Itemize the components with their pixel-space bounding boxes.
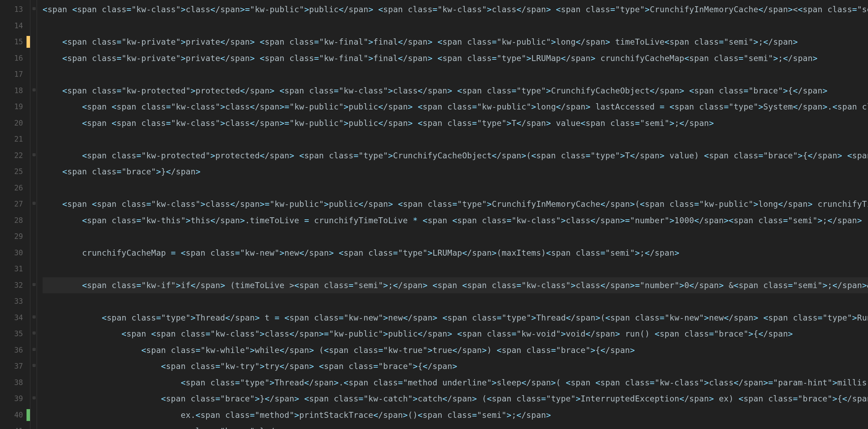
- code-line[interactable]: <span <span class="kw-class">class</span…: [43, 115, 868, 131]
- fold-toggle-icon[interactable]: ⊟: [31, 152, 36, 157]
- line-number-gutter: 1314151617181920212225262728293031323334…: [0, 0, 30, 429]
- code-line[interactable]: <span <span class="kw-class">class</span…: [43, 1, 868, 18]
- line-number[interactable]: 20: [0, 115, 30, 131]
- code-line[interactable]: <span class="kw-protected">protected</sp…: [43, 148, 868, 164]
- code-line[interactable]: <span class="kw-while">while</span> (<sp…: [43, 342, 868, 359]
- code-line[interactable]: <span class="brace">}</span>: [43, 423, 868, 429]
- fold-gutter[interactable]: ⊟⊟⊟⊟⊟⊟⊟⊟⊟⊟: [30, 0, 37, 429]
- fold-toggle-icon[interactable]: ⊟: [31, 315, 36, 319]
- line-number[interactable]: 16: [0, 50, 30, 67]
- line-number[interactable]: 25: [0, 164, 30, 180]
- line-number[interactable]: 29: [0, 228, 30, 245]
- code-line[interactable]: <span class="type">Thread</span>.<span c…: [43, 375, 868, 391]
- line-number[interactable]: 19: [0, 99, 30, 115]
- code-line[interactable]: <span <span class="kw-class">class</span…: [43, 99, 868, 115]
- fold-toggle-icon[interactable]: ⊟: [31, 88, 36, 92]
- line-number[interactable]: 38: [0, 375, 30, 391]
- code-editor[interactable]: 1314151617181920212225262728293031323334…: [0, 0, 868, 429]
- code-line[interactable]: <span class="kw-private">private</span> …: [43, 50, 868, 67]
- line-number[interactable]: 14: [0, 18, 30, 34]
- fold-toggle-icon[interactable]: ⊟: [31, 331, 36, 336]
- line-number[interactable]: 31: [0, 261, 30, 277]
- code-line[interactable]: <span class="type">Thread</span> t = <sp…: [43, 310, 868, 326]
- line-number[interactable]: 37: [0, 358, 30, 375]
- line-number[interactable]: 39: [0, 391, 30, 407]
- code-line[interactable]: [43, 228, 868, 245]
- code-line[interactable]: [43, 131, 868, 148]
- code-line[interactable]: [43, 18, 868, 34]
- fold-toggle-icon[interactable]: ⊟: [31, 282, 36, 287]
- line-number[interactable]: 40: [0, 407, 30, 423]
- code-line[interactable]: <span <span class="kw-class">class</span…: [43, 196, 868, 212]
- code-line[interactable]: ex.<span class="method">printStackTrace<…: [43, 407, 868, 423]
- line-number[interactable]: 41: [0, 423, 30, 429]
- fold-toggle-icon[interactable]: ⊟: [31, 363, 36, 368]
- line-number[interactable]: 35✱: [0, 326, 30, 342]
- line-number[interactable]: 18: [0, 83, 30, 99]
- line-number[interactable]: 33: [0, 293, 30, 310]
- line-number[interactable]: 36: [0, 342, 30, 359]
- code-line[interactable]: <span class="kw-this">this</span>.timeTo…: [43, 212, 868, 229]
- fold-toggle-icon[interactable]: ⊟: [31, 201, 36, 206]
- code-line[interactable]: [43, 293, 868, 310]
- code-line[interactable]: [43, 180, 868, 196]
- line-number[interactable]: 22: [0, 148, 30, 164]
- code-line[interactable]: <span class="brace">}</span> <span class…: [43, 391, 868, 407]
- code-line[interactable]: <span class="brace">}</span>: [43, 164, 868, 180]
- line-number[interactable]: 27: [0, 196, 30, 212]
- line-number[interactable]: 30: [0, 245, 30, 261]
- code-line[interactable]: [43, 66, 868, 83]
- code-text-area[interactable]: <span <span class="kw-class">class</span…: [37, 0, 868, 429]
- code-line[interactable]: <span class="kw-protected">protected</sp…: [43, 83, 868, 99]
- fold-toggle-icon[interactable]: ⊟: [31, 396, 36, 400]
- code-line[interactable]: crunchifyCacheMap = <span class="kw-new"…: [43, 245, 868, 261]
- line-number[interactable]: 34: [0, 310, 30, 326]
- fold-toggle-icon[interactable]: ⊟: [31, 6, 36, 11]
- line-number[interactable]: 13: [0, 1, 30, 18]
- code-line[interactable]: <span class="kw-private">private</span> …: [43, 34, 868, 50]
- code-line[interactable]: <span class="kw-try">try</span> <span cl…: [43, 358, 868, 375]
- line-number[interactable]: 15: [0, 34, 30, 50]
- line-number[interactable]: 32: [0, 277, 30, 294]
- line-number[interactable]: 26: [0, 180, 30, 196]
- line-number[interactable]: 21: [0, 131, 30, 148]
- code-line[interactable]: <span class="kw-if">if</span> (timeToLiv…: [43, 277, 868, 294]
- code-line[interactable]: <span <span class="kw-class">class</span…: [43, 326, 868, 342]
- line-number[interactable]: 17: [0, 66, 30, 83]
- code-line[interactable]: [43, 261, 868, 277]
- fold-toggle-icon[interactable]: ⊟: [31, 347, 36, 352]
- line-number[interactable]: 28: [0, 212, 30, 229]
